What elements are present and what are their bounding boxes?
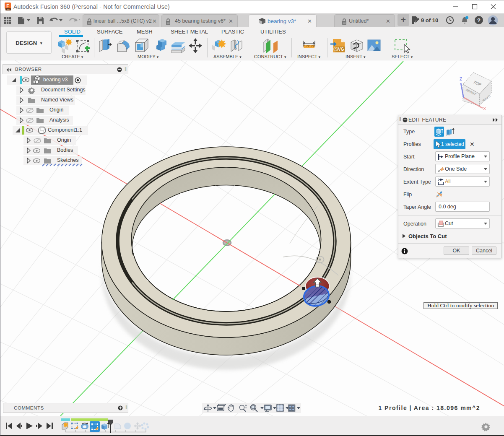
- svg-text:?: ?: [477, 17, 481, 23]
- svg-text:F: F: [6, 3, 9, 8]
- svg-text:Z: Z: [460, 76, 462, 81]
- svg-text:360: 360: [7, 9, 10, 10]
- svg-text:X: X: [483, 106, 486, 111]
